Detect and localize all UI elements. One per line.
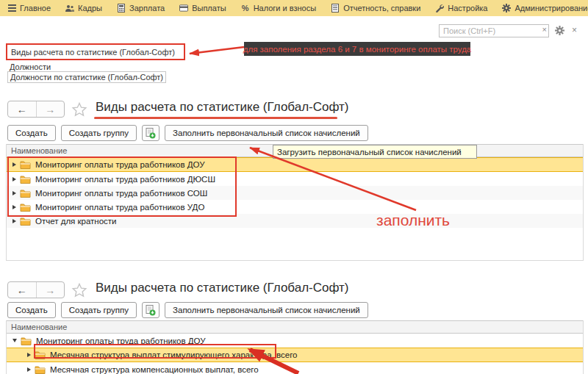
table-header[interactable]: Наименование [7, 320, 583, 334]
search-settings-gear-icon[interactable] [555, 26, 564, 35]
row-label: Мониторинг оплаты труда работников УДО [35, 203, 204, 212]
menu-label: Настройка [448, 4, 487, 12]
menu-item-main[interactable]: Главное [0, 0, 58, 16]
folder-icon [20, 203, 31, 212]
history-nav-buttons: ← → [7, 101, 65, 118]
create-group-button[interactable]: Создать группу [61, 302, 137, 318]
menu-label: Кадры [78, 4, 102, 12]
expand-icon[interactable] [12, 162, 16, 167]
fill-initial-list-button[interactable]: Заполнить первоначальный список начислен… [165, 125, 368, 141]
create-group-button[interactable]: Создать группу [61, 125, 137, 141]
row-label: Месячная структура выплат стимулирующего… [50, 350, 298, 359]
folder-icon [35, 350, 46, 359]
fill-initial-list-button[interactable]: Заполнить первоначальный список начислен… [165, 302, 368, 318]
row-label: Мониторинг оплаты труда работников ДОУ [36, 337, 206, 345]
forward-button[interactable]: → [37, 282, 65, 298]
page-title: Виды расчета по статистике (Глобал-Софт) [96, 100, 349, 115]
table-row[interactable]: Мониторинг оплаты труда работников СОШ [7, 186, 583, 200]
annotation-title-underline [94, 117, 337, 119]
page-title: Виды расчета по статистике (Глобал-Софт) [96, 281, 349, 295]
clear-search-icon[interactable]: × [542, 25, 547, 34]
calc-types-table-2: Наименование Мониторинг оплаты труда раб… [6, 320, 584, 374]
back-button[interactable]: ← [8, 282, 37, 298]
toolbar-panel1: Создать Создать группу Заполнить первона… [7, 125, 368, 141]
expand-icon[interactable] [12, 219, 16, 223]
close-search-icon[interactable]: × [572, 25, 577, 35]
copy-document-icon-button[interactable] [142, 125, 159, 141]
table-row[interactable]: Мониторинг оплаты труда работников УДО [7, 200, 583, 214]
wrench-icon [435, 4, 444, 12]
annotation-arrow-navlink [190, 47, 244, 54]
expand-icon[interactable] [27, 353, 31, 357]
table-row[interactable]: Отчет для кратности [7, 214, 583, 228]
folder-icon [20, 189, 31, 198]
folder-icon [21, 337, 32, 345]
menu-label: Выплаты [192, 4, 226, 12]
calculator-icon [117, 4, 126, 12]
expand-icon[interactable] [12, 205, 16, 209]
annotation-red-box-navlink: Виды расчета по статистике (Глобал-Софт) [6, 43, 185, 60]
row-label: Отчет для кратности [35, 217, 117, 226]
people-icon [65, 4, 74, 12]
table-row[interactable]: Месячная структура компенсационных выпла… [7, 362, 583, 374]
annotation-fill-label: заполнить [376, 212, 450, 229]
menu-label: Главное [20, 4, 51, 12]
create-button[interactable]: Создать [7, 125, 56, 141]
row-label: Мониторинг оплаты труда работников ДЮСШ [35, 175, 215, 184]
copy-document-icon-button[interactable] [142, 302, 159, 318]
menu-item-admin[interactable]: Администрирование [495, 0, 588, 16]
history-nav-buttons: ← → [7, 281, 65, 298]
folder-icon [20, 175, 31, 184]
favorite-star-icon[interactable] [71, 101, 88, 118]
folder-icon [35, 365, 46, 374]
search-input[interactable] [439, 24, 549, 37]
menu-label: Налоги и взносы [254, 4, 317, 12]
link-positions[interactable]: Должности [10, 62, 51, 71]
expand-icon[interactable] [12, 191, 16, 195]
menu-label: Отчетность, справки [343, 4, 420, 12]
row-label: Месячная структура компенсационных выпла… [50, 365, 259, 374]
back-button[interactable]: ← [8, 101, 37, 117]
menu-label: Администрирование [514, 4, 588, 12]
percent-icon: % [241, 4, 250, 12]
link-positions-statistics[interactable]: Должности по статистике (Глобал-Софт) [7, 71, 166, 83]
table-row[interactable]: Мониторинг оплаты труда работников ДЮСШ [7, 172, 583, 186]
table-row[interactable]: Месячная структура выплат стимулирующего… [7, 348, 583, 362]
annotation-dark-tooltip: для заполения раздела 6 и 7 в мониторинг… [244, 42, 470, 56]
top-menubar: Главное Кадры Зарплата Выплаты % Налоги … [0, 0, 588, 16]
hamburger-icon [7, 4, 16, 12]
forward-button[interactable]: → [37, 101, 65, 117]
report-icon [331, 4, 340, 12]
collapse-icon[interactable] [12, 339, 17, 342]
favorite-star-icon[interactable] [71, 281, 88, 299]
row-label: Мониторинг оплаты труда работников ДОУ [35, 160, 205, 169]
menu-label: Зарплата [129, 4, 165, 12]
expand-icon[interactable] [12, 177, 16, 181]
gear-icon [502, 4, 511, 12]
menu-item-salary[interactable]: Зарплата [110, 0, 172, 16]
folder-icon [20, 217, 31, 226]
folder-icon [20, 160, 31, 169]
button-tooltip: Загрузить первоначальный список начислен… [273, 145, 477, 159]
expand-icon[interactable] [27, 367, 31, 372]
app-window: Главное Кадры Зарплата Выплаты % Налоги … [0, 0, 588, 374]
create-button[interactable]: Создать [7, 302, 56, 318]
row-label: Мониторинг оплаты труда работников СОШ [35, 189, 207, 198]
menu-item-payments[interactable]: Выплаты [172, 0, 233, 16]
table-row[interactable]: Мониторинг оплаты труда работников ДОУ [7, 334, 583, 348]
search-area: × × [439, 24, 583, 37]
menu-item-settings[interactable]: Настройка [428, 0, 495, 16]
menu-item-taxes[interactable]: % Налоги и взносы [234, 0, 324, 16]
card-icon [179, 4, 188, 12]
link-calc-types-statistics[interactable]: Виды расчета по статистике (Глобал-Софт) [11, 48, 175, 57]
menu-item-reports[interactable]: Отчетность, справки [323, 0, 428, 16]
search-box: × [439, 24, 549, 37]
toolbar-panel2: Создать Создать группу Заполнить первона… [7, 302, 368, 318]
table-row[interactable]: Мониторинг оплаты труда работников ДОУ [7, 157, 583, 172]
calc-types-table-1: Наименование Мониторинг оплаты труда раб… [6, 144, 584, 261]
menu-item-hr[interactable]: Кадры [58, 0, 110, 16]
